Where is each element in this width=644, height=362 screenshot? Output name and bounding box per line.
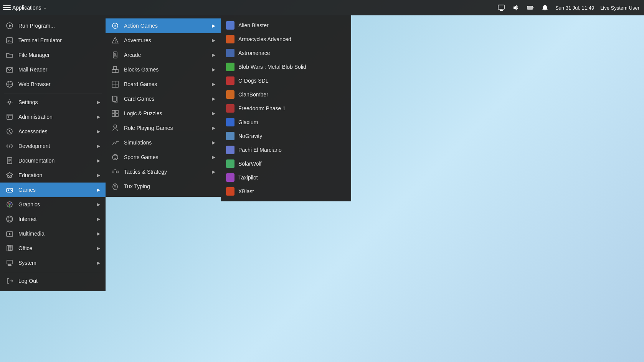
games-submenu-item-logic[interactable]: Logic & Puzzles ▶ bbox=[106, 106, 221, 121]
svg-rect-7 bbox=[544, 10, 545, 10]
menu-item-mailreader[interactable]: Mail Reader bbox=[0, 62, 106, 77]
multimedia-arrow: ▶ bbox=[97, 231, 100, 236]
solarwolf-label: SolarWolf bbox=[238, 161, 261, 167]
tactics-arrow: ▶ bbox=[212, 169, 215, 174]
action-item-armacycles[interactable]: Armacycles Advanced bbox=[221, 32, 351, 46]
action-item-cdogs[interactable]: C-Dogs SDL bbox=[221, 74, 351, 88]
action-item-xblast[interactable]: XBlast bbox=[221, 184, 351, 198]
taskbar-datetime: Sun 31 Jul, 11:49 bbox=[555, 5, 594, 11]
arcade-icon bbox=[111, 51, 119, 59]
terminal-icon bbox=[5, 36, 14, 45]
games-submenu-item-adventures[interactable]: Adventures ▶ bbox=[106, 33, 221, 48]
simulations-icon bbox=[111, 138, 119, 147]
menu-item-multimedia[interactable]: Multimedia ▶ bbox=[0, 226, 106, 241]
blocks-arrow: ▶ bbox=[212, 67, 215, 72]
games-submenu-item-rpg[interactable]: Role Playing Games ▶ bbox=[106, 121, 221, 135]
graphics-icon bbox=[5, 200, 14, 209]
action-item-pachi[interactable]: Pachi El Marciano bbox=[221, 143, 351, 157]
nogravity-label: NoGravity bbox=[238, 133, 262, 139]
action-item-alienblaster[interactable]: Alien Blaster bbox=[221, 18, 351, 32]
volume-icon[interactable] bbox=[512, 3, 520, 12]
notification-icon[interactable] bbox=[541, 3, 549, 12]
astromenace-label: Astromenace bbox=[238, 50, 270, 56]
menu-item-documentation[interactable]: Documentation ▶ bbox=[0, 153, 106, 168]
games-submenu-item-sports[interactable]: Sports Games ▶ bbox=[106, 150, 221, 164]
svg-point-60 bbox=[114, 53, 116, 55]
folder-icon bbox=[5, 51, 14, 59]
menu-item-administration[interactable]: Administration ▶ bbox=[0, 110, 106, 124]
solarwolf-icon bbox=[226, 159, 234, 168]
action-item-taxipilot[interactable]: Taxipilot bbox=[221, 171, 351, 184]
svg-rect-64 bbox=[114, 66, 117, 70]
svg-rect-63 bbox=[115, 70, 118, 73]
rpg-icon bbox=[111, 124, 119, 132]
menu-item-education[interactable]: Education ▶ bbox=[0, 168, 106, 183]
svg-rect-29 bbox=[7, 188, 13, 192]
svg-point-38 bbox=[9, 205, 10, 207]
accessories-icon bbox=[5, 127, 14, 136]
menu-item-office[interactable]: Office ▶ bbox=[0, 241, 106, 256]
action-item-clanbomber[interactable]: ClanBomber bbox=[221, 88, 351, 101]
cdogs-icon bbox=[226, 76, 234, 85]
action-item-solarwolf[interactable]: SolarWolf bbox=[221, 157, 351, 171]
games-submenu-item-card[interactable]: Card Games ▶ bbox=[106, 91, 221, 106]
logic-label: Logic & Puzzles bbox=[124, 110, 207, 116]
taxipilot-label: Taxipilot bbox=[238, 174, 258, 181]
menu-item-internet[interactable]: Internet ▶ bbox=[0, 212, 106, 226]
menu-item-run[interactable]: Run Program... bbox=[0, 18, 106, 33]
games-submenu-item-arcade[interactable]: Arcade ▶ bbox=[106, 48, 221, 62]
action-item-astromenace[interactable]: Astromenace bbox=[221, 46, 351, 60]
games-submenu-item-tactics[interactable]: Tactics & Strategy ▶ bbox=[106, 164, 221, 179]
battery-icon[interactable] bbox=[526, 3, 535, 12]
menu-item-graphics[interactable]: Graphics ▶ bbox=[0, 197, 106, 212]
games-submenu-item-board[interactable]: Board Games ▶ bbox=[106, 77, 221, 91]
multimedia-icon bbox=[5, 229, 14, 238]
games-submenu-item-action[interactable]: Action Games ▶ bbox=[106, 18, 221, 33]
monitor-icon[interactable] bbox=[497, 3, 505, 12]
logout-icon bbox=[5, 277, 14, 285]
svg-rect-59 bbox=[113, 52, 117, 58]
glaxium-label: Glaxium bbox=[238, 119, 258, 125]
menu-item-run-label: Run Program... bbox=[18, 23, 100, 29]
games-submenu-item-blocks[interactable]: Blocks Games ▶ bbox=[106, 62, 221, 77]
system-icon bbox=[5, 259, 14, 267]
board-games-label: Board Games bbox=[124, 81, 207, 87]
admin-icon bbox=[5, 113, 14, 121]
menu-item-filemanager[interactable]: File Manager bbox=[0, 48, 106, 62]
menu-item-games[interactable]: Games ▶ bbox=[0, 183, 106, 197]
dev-icon bbox=[5, 142, 14, 150]
system-arrow: ▶ bbox=[97, 260, 100, 266]
alienblaster-icon bbox=[226, 21, 234, 30]
menu-item-settings[interactable]: Settings ▶ bbox=[0, 95, 106, 110]
menu-item-graphics-label: Graphics bbox=[18, 201, 92, 208]
games-submenu-item-tuxtyping[interactable]: Tux Typing bbox=[106, 179, 221, 194]
card-games-icon bbox=[111, 95, 119, 103]
action-item-freedoom[interactable]: Freedoom: Phase 1 bbox=[221, 101, 351, 115]
games-arrow: ▶ bbox=[97, 187, 100, 193]
svg-rect-62 bbox=[112, 70, 115, 73]
menu-item-webbrowser[interactable]: Web Browser bbox=[0, 77, 106, 91]
applications-menu-button[interactable]: Applications ≡ bbox=[0, 4, 49, 12]
action-item-glaxium[interactable]: Glaxium bbox=[221, 115, 351, 129]
action-item-nogravity[interactable]: NoGravity bbox=[221, 129, 351, 143]
main-menu: Run Program... Terminal Emulator File Ma… bbox=[0, 15, 106, 291]
svg-point-74 bbox=[114, 125, 117, 128]
sports-arrow: ▶ bbox=[212, 154, 215, 160]
menu-item-administration-label: Administration bbox=[18, 114, 92, 120]
menu-item-system[interactable]: System ▶ bbox=[0, 256, 106, 270]
menu-item-logout[interactable]: Log Out bbox=[0, 274, 106, 288]
action-item-blobwars[interactable]: Blob Wars : Metal Blob Solid bbox=[221, 60, 351, 74]
menu-item-terminal[interactable]: Terminal Emulator bbox=[0, 33, 106, 48]
blobwars-icon bbox=[226, 63, 234, 71]
menu-item-accessories[interactable]: Accessories ▶ bbox=[0, 124, 106, 139]
taskbar-right: Sun 31 Jul, 11:49 Live System User bbox=[497, 3, 644, 12]
run-icon bbox=[5, 22, 14, 30]
card-games-label: Card Games bbox=[124, 96, 207, 102]
games-submenu-item-simulations[interactable]: Simulations ▶ bbox=[106, 135, 221, 150]
armacycles-label: Armacycles Advanced bbox=[238, 36, 291, 42]
office-icon bbox=[5, 244, 14, 252]
apps-grid-icon bbox=[3, 4, 11, 12]
logic-arrow: ▶ bbox=[212, 111, 215, 116]
menu-item-development[interactable]: Development ▶ bbox=[0, 139, 106, 153]
svg-point-16 bbox=[8, 101, 11, 103]
